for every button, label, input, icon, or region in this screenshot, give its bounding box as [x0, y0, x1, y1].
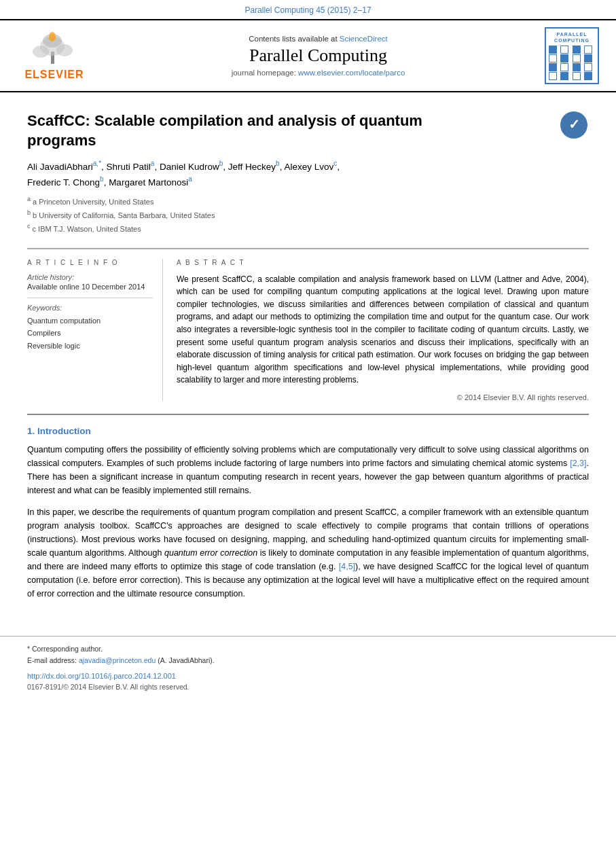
contents-line: Contents lists available at ScienceDirec…: [102, 35, 535, 43]
pc-cell-1: [549, 46, 557, 54]
author-6: Frederic T. Chong: [27, 177, 100, 187]
crossmark-container: ✓: [559, 110, 589, 143]
author-5-sup: c: [333, 160, 337, 167]
pc-cell-4: [584, 46, 592, 54]
pc-logo-box: PARALLEL COMPUTING: [545, 27, 599, 84]
two-col-section: A R T I C L E I N F O Article history: A…: [27, 248, 589, 401]
pc-cell-6: [560, 54, 568, 62]
author-2: , Shruti Patil: [101, 162, 151, 172]
pc-cell-13: [549, 72, 557, 80]
corresponding-label: * Corresponding author.: [27, 645, 103, 653]
pc-cell-9: [549, 63, 557, 71]
history-label: Article history:: [27, 273, 153, 281]
history-value: Available online 10 December 2014: [27, 283, 153, 291]
ref-45[interactable]: [4,5]: [339, 562, 355, 571]
pc-cell-15: [573, 72, 581, 80]
elsevier-logo: ELSEVIER: [14, 31, 95, 81]
introduction-section: 1. Introduction Quantum computing offers…: [27, 426, 589, 601]
svg-point-2: [33, 46, 49, 58]
pc-cell-2: [560, 46, 568, 54]
author-1: Ali JavadiAbhari: [27, 162, 93, 172]
abstract-col: A B S T R A C T We present ScaffCC, a sc…: [177, 259, 589, 401]
sciencedirect-link[interactable]: ScienceDirect: [340, 35, 388, 43]
author-4: , Jeff Heckey: [223, 162, 276, 172]
article-content: ✓ ScaffCC: Scalable compilation and anal…: [0, 92, 616, 622]
journal-header: ELSEVIER Contents lists available at Sci…: [0, 19, 616, 92]
email-address[interactable]: ajavadia@princeton.edu: [79, 656, 156, 664]
crossmark-icon: ✓: [559, 110, 589, 140]
pc-cell-12: [584, 63, 592, 71]
homepage-label: journal homepage:: [232, 69, 296, 77]
contents-text: Contents lists available at: [249, 35, 337, 43]
elsevier-wordmark: ELSEVIER: [24, 69, 84, 81]
keywords-label: Keywords:: [27, 304, 153, 312]
intro-title: Introduction: [37, 426, 91, 436]
journal-homepage: journal homepage: www.elsevier.com/locat…: [102, 69, 535, 77]
svg-text:✓: ✓: [568, 117, 580, 132]
affiliations: a a Princeton University, United States …: [27, 194, 589, 236]
svg-point-3: [56, 44, 73, 56]
journal-title-center: Contents lists available at ScienceDirec…: [102, 35, 535, 77]
svg-point-5: [49, 32, 56, 41]
pc-cell-8: [584, 54, 592, 62]
affil-b: b b University of California, Santa Barb…: [27, 208, 589, 221]
abstract-header: A B S T R A C T: [177, 259, 589, 266]
author-5: , Alexey Lvov: [280, 162, 334, 172]
doi-line: http://dx.doi.org/10.1016/j.parco.2014.1…: [27, 672, 589, 680]
article-info-header: A R T I C L E I N F O: [27, 259, 153, 266]
pc-cell-11: [573, 63, 581, 71]
info-divider: [27, 298, 153, 298]
keyword-2: Compilers: [27, 327, 153, 340]
doi-url[interactable]: http://dx.doi.org/10.1016/j.parco.2014.1…: [27, 672, 176, 680]
page-footer: * Corresponding author. E-mail address: …: [0, 636, 616, 700]
article-info-col: A R T I C L E I N F O Article history: A…: [27, 259, 163, 401]
abstract-text: We present ScaffCC, a scalable compilati…: [177, 273, 589, 387]
intro-p1-text: Quantum computing offers the possibility…: [27, 445, 589, 468]
pc-cell-3: [573, 46, 581, 54]
pc-cell-10: [560, 63, 568, 71]
intro-p2-italic: quantum error correction: [164, 548, 257, 558]
author-7: , Margaret Martonosi: [104, 177, 189, 187]
affil-c: c c IBM T.J. Watson, United States: [27, 221, 589, 235]
issn-line: 0167-8191/© 2014 Elsevier B.V. All right…: [27, 683, 589, 691]
citation-text: Parallel Computing 45 (2015) 2–17: [244, 5, 371, 15]
elsevier-tree-svg: [20, 31, 88, 69]
intro-section-title: 1. Introduction: [27, 426, 589, 436]
intro-paragraph-2: In this paper, we describe the requireme…: [27, 505, 589, 601]
corresponding-author-note: * Corresponding author.: [27, 643, 589, 655]
journal-name: Parallel Computing: [102, 46, 535, 66]
citation-bar: Parallel Computing 45 (2015) 2–17: [0, 0, 616, 19]
author-1-sup: a,*: [93, 160, 101, 167]
ref-23[interactable]: [2,3]: [570, 459, 586, 468]
section-separator: [27, 414, 589, 415]
email-label: E-mail address:: [27, 656, 77, 664]
pc-cell-14: [560, 72, 568, 80]
pc-grid: [549, 46, 595, 80]
email-suffix: (A. JavadiAbhari).: [158, 656, 214, 664]
parallel-computing-logo: PARALLEL COMPUTING: [541, 27, 602, 84]
intro-number: 1.: [27, 426, 35, 436]
affil-a: a a Princeton University, United States: [27, 194, 589, 208]
authors-line: Ali JavadiAbharia,*, Shruti Patila, Dani…: [27, 158, 589, 190]
email-line: E-mail address: ajavadia@princeton.edu (…: [27, 655, 589, 666]
author-3: , Daniel Kudrow: [154, 162, 219, 172]
page-wrapper: Parallel Computing 45 (2015) 2–17 ELSEVI…: [0, 0, 616, 841]
keyword-1: Quantum computation: [27, 315, 153, 327]
pc-cell-16: [584, 72, 592, 80]
homepage-url[interactable]: www.elsevier.com/locate/parco: [298, 69, 405, 77]
pc-logo-title: PARALLEL COMPUTING: [549, 31, 595, 43]
keyword-3: Reversible logic: [27, 340, 153, 353]
intro-paragraph-1: Quantum computing offers the possibility…: [27, 443, 589, 497]
author-7-sup: a: [188, 175, 192, 183]
pc-cell-5: [549, 54, 557, 62]
article-title: ScaffCC: Scalable compilation and analys…: [27, 111, 462, 150]
copyright-line: © 2014 Elsevier B.V. All rights reserved…: [177, 393, 589, 401]
pc-cell-7: [573, 54, 581, 62]
